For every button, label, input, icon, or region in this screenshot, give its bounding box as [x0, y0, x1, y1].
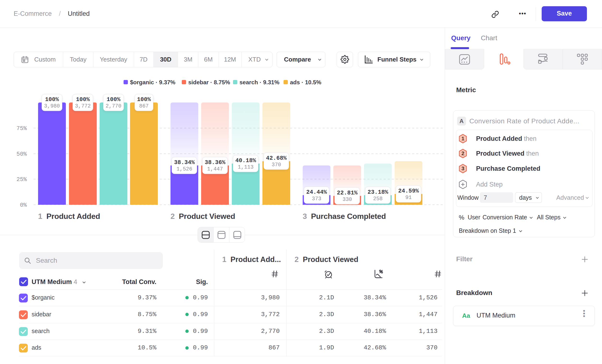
svg-text:3: 3 — [462, 165, 464, 171]
svg-text:1: 1 — [462, 136, 464, 141]
svg-text:2: 2 — [462, 150, 464, 156]
